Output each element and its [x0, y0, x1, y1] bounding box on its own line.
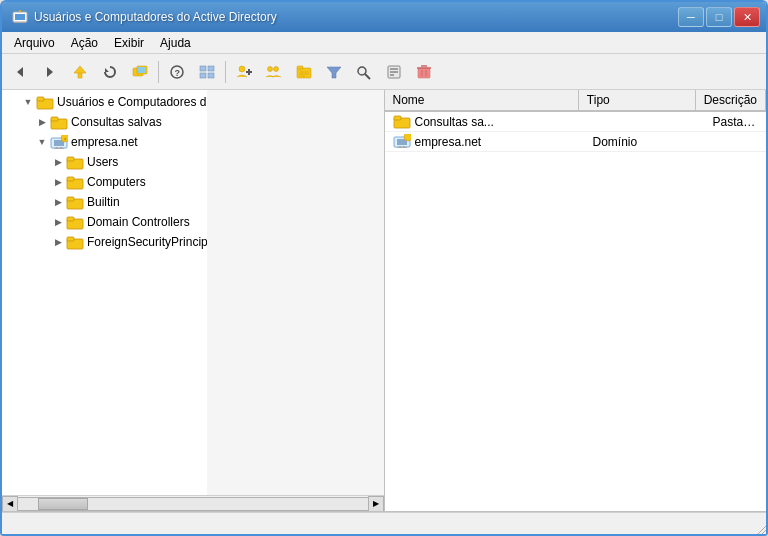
svg-rect-18: [200, 73, 206, 78]
svg-point-31: [358, 67, 366, 75]
tree-item-empresa[interactable]: ▼ ✦ empr: [2, 132, 207, 152]
svg-rect-60: [67, 217, 74, 221]
tree-users-label: Users: [87, 155, 118, 169]
properties-button[interactable]: [380, 58, 408, 86]
tree-panel: ▼ Usuários e Computadores do Ac ▶: [2, 90, 207, 495]
tree-item-root[interactable]: ▼ Usuários e Computadores do Ac: [2, 92, 207, 112]
svg-rect-50: [54, 148, 64, 149]
new-user-button[interactable]: [230, 58, 258, 86]
svg-rect-19: [208, 73, 214, 78]
svg-rect-62: [67, 237, 74, 241]
svg-rect-37: [418, 68, 430, 78]
tree-panel-container: ▼ Usuários e Computadores do Ac ▶: [2, 90, 385, 511]
new-ou-button[interactable]: [290, 58, 318, 86]
svg-rect-17: [208, 66, 214, 71]
app-icon: [12, 9, 28, 25]
tree-scroll-right[interactable]: ▶: [368, 496, 384, 512]
tree-expander-empresa[interactable]: ▼: [34, 134, 50, 150]
header-descricao[interactable]: Descrição: [696, 90, 766, 110]
svg-rect-13: [138, 67, 146, 73]
consultas-folder-icon: [50, 114, 68, 130]
tree-hscrollbar[interactable]: ◀ ▶: [2, 495, 384, 511]
toolbar-sep-2: [225, 61, 226, 83]
row-domain-icon: [393, 134, 411, 149]
list-row[interactable]: empresa.net Domínio: [385, 132, 767, 152]
svg-rect-26: [297, 66, 303, 69]
find-button[interactable]: [350, 58, 378, 86]
tree-item-builtin[interactable]: ▶ Builtin: [2, 192, 207, 212]
list-panel: Nome Tipo Descrição Consultas sa... Past…: [385, 90, 767, 511]
svg-rect-45: [51, 117, 58, 121]
svg-marker-6: [17, 67, 23, 77]
tree-item-consultas[interactable]: ▶ Consultas salvas: [2, 112, 207, 132]
tree-item-domain-controllers[interactable]: ▶ Domain Controllers: [2, 212, 207, 232]
header-tipo[interactable]: Tipo: [579, 90, 696, 110]
header-nome[interactable]: Nome: [385, 90, 579, 110]
resize-grip[interactable]: [754, 522, 766, 534]
tree-builtin-label: Builtin: [87, 195, 120, 209]
menu-acao[interactable]: Ação: [63, 34, 106, 52]
svg-point-24: [274, 66, 279, 71]
list-cell-desc: [705, 140, 767, 144]
svg-rect-64: [394, 116, 401, 120]
tree-expander-builtin[interactable]: ▶: [50, 194, 66, 210]
svg-point-70: [404, 134, 411, 141]
publish-button[interactable]: [126, 58, 154, 86]
close-button[interactable]: ✕: [734, 7, 760, 27]
tree-empresa-label: empresa.net: [71, 135, 138, 149]
svg-rect-25: [297, 68, 311, 78]
svg-rect-69: [397, 147, 407, 148]
titlebar: Usuários e Computadores do Active Direct…: [2, 2, 766, 32]
svg-marker-30: [327, 67, 341, 78]
builtin-folder-icon: [66, 194, 84, 210]
delete-button[interactable]: [410, 58, 438, 86]
svg-line-71: [758, 526, 766, 534]
tree-item-computers[interactable]: ▶ Computers: [2, 172, 207, 192]
svg-rect-49: [60, 147, 62, 148]
help-button[interactable]: ?: [163, 58, 191, 86]
back-button[interactable]: [6, 58, 34, 86]
tree-scroll-thumb[interactable]: [38, 498, 88, 510]
tree-expander-foreign[interactable]: ▶: [50, 234, 66, 250]
tree-expander-consultas[interactable]: ▶: [34, 114, 50, 130]
list-cell-tipo: [585, 120, 705, 124]
svg-point-23: [268, 66, 273, 71]
window-title: Usuários e Computadores do Active Direct…: [34, 10, 277, 24]
menu-ajuda[interactable]: Ajuda: [152, 34, 199, 52]
forward-button[interactable]: [36, 58, 64, 86]
tree-scroll-track[interactable]: [18, 497, 368, 511]
tree-item-users[interactable]: ▶ Users: [2, 152, 207, 172]
svg-line-72: [762, 530, 766, 534]
svg-rect-16: [200, 66, 206, 71]
tree-expander-computers[interactable]: ▶: [50, 174, 66, 190]
view-button[interactable]: [193, 58, 221, 86]
svg-rect-48: [56, 147, 58, 148]
tree-item-foreign[interactable]: ▶ ForeignSecurityPrincipal...: [2, 232, 207, 252]
svg-text:?: ?: [175, 68, 181, 78]
refresh-button[interactable]: [96, 58, 124, 86]
menu-exibir[interactable]: Exibir: [106, 34, 152, 52]
svg-line-32: [365, 74, 370, 79]
tree-root-label: Usuários e Computadores do Ac: [57, 95, 207, 109]
filter-button[interactable]: [320, 58, 348, 86]
svg-marker-7: [47, 67, 53, 77]
menu-arquivo[interactable]: Arquivo: [6, 34, 63, 52]
tree-scroll-left[interactable]: ◀: [2, 496, 18, 512]
svg-rect-4: [14, 22, 26, 23]
maximize-button[interactable]: □: [706, 7, 732, 27]
svg-rect-67: [399, 146, 401, 147]
computers-folder-icon: [66, 174, 84, 190]
empresa-icon: ✦: [50, 134, 68, 150]
tree-expander-users[interactable]: ▶: [50, 154, 66, 170]
list-row[interactable]: Consultas sa... Pasta para armazenar su.…: [385, 112, 767, 132]
tree-expander-root[interactable]: ▼: [20, 94, 36, 110]
tree-foreign-label: ForeignSecurityPrincipal...: [87, 235, 207, 249]
new-group-button[interactable]: [260, 58, 288, 86]
svg-rect-58: [67, 197, 74, 201]
toolbar-sep-1: [158, 61, 159, 83]
svg-rect-68: [403, 146, 405, 147]
up-button[interactable]: [66, 58, 94, 86]
minimize-button[interactable]: ─: [678, 7, 704, 27]
tree-expander-dc[interactable]: ▶: [50, 214, 66, 230]
svg-marker-10: [105, 68, 109, 72]
